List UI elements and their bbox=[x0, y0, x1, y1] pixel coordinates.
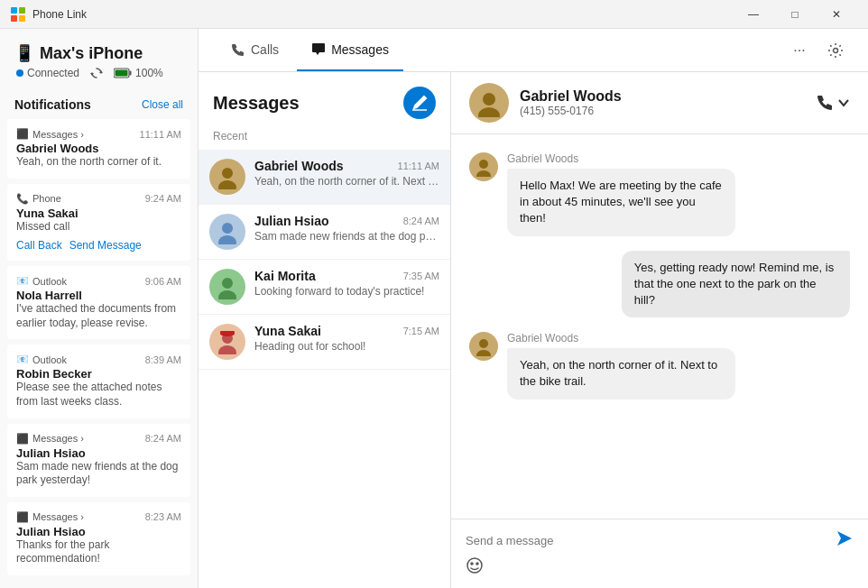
chat-area: Gabriel Woods (415) 555-0176 bbox=[451, 72, 868, 588]
close-all-button[interactable]: Close all bbox=[142, 98, 183, 111]
send-message-button[interactable]: Send Message bbox=[69, 239, 142, 252]
notifications-list: ⬛ Messages › 11:11 AM Gabriel Woods Yeah… bbox=[0, 119, 198, 588]
svg-rect-2 bbox=[11, 15, 17, 22]
notif-app: 📧 Outlook bbox=[16, 275, 67, 287]
messages-list: Messages Recent bbox=[199, 72, 451, 588]
notification-item[interactable]: ⬛ Messages › 11:11 AM Gabriel Woods Yeah… bbox=[7, 119, 190, 179]
send-button[interactable] bbox=[836, 529, 854, 552]
notification-item[interactable]: ⬛ Messages › 8:23 AM Julian Hsiao Thanks… bbox=[7, 502, 190, 575]
avatar-icon bbox=[215, 274, 240, 299]
connected-status: Connected bbox=[16, 67, 79, 79]
message-thread[interactable]: Gabriel Woods 11:11 AM Yeah, on the nort… bbox=[199, 150, 450, 205]
device-name: 📱 Max's iPhone bbox=[14, 43, 183, 63]
message-thread[interactable]: Yuna Sakai 7:15 AM Heading out for schoo… bbox=[199, 315, 450, 370]
title-bar-title: Phone Link bbox=[32, 8, 87, 21]
svg-point-14 bbox=[222, 278, 233, 289]
notif-header: ⬛ Messages › 8:23 AM bbox=[16, 511, 181, 523]
chat-message-row: Gabriel Woods Hello Max! We are meeting … bbox=[469, 152, 850, 236]
chat-input-area bbox=[451, 519, 868, 588]
notification-item[interactable]: 📞 Phone 9:24 AM Yuna Sakai Missed call C… bbox=[7, 184, 190, 262]
svg-point-20 bbox=[483, 93, 495, 106]
chat-contact-name: Gabriel Woods bbox=[520, 88, 805, 105]
svg-point-23 bbox=[476, 170, 491, 177]
notification-item[interactable]: ⬛ Messages › 8:24 AM Julian Hsiao Sam ma… bbox=[7, 424, 190, 497]
avatar-icon bbox=[215, 219, 240, 244]
chat-contact-phone: (415) 555-0176 bbox=[520, 105, 805, 117]
send-icon bbox=[836, 529, 854, 547]
notification-item[interactable]: 📧 Outlook 8:39 AM Robin Becker Please se… bbox=[7, 345, 190, 418]
emoji-icon bbox=[466, 556, 484, 574]
app-body: 📱 Max's iPhone Connected bbox=[0, 29, 868, 588]
tab-calls[interactable]: Calls bbox=[217, 29, 293, 71]
chevron-down-icon bbox=[837, 96, 850, 109]
message-input[interactable] bbox=[466, 528, 828, 553]
call-back-button[interactable]: Call Back bbox=[16, 239, 62, 252]
recent-label: Recent bbox=[199, 126, 450, 150]
messages-panel: Messages Recent bbox=[199, 72, 868, 588]
message-thread[interactable]: Kai Morita 7:35 AM Looking forward to to… bbox=[199, 260, 450, 315]
maximize-button[interactable]: □ bbox=[774, 0, 816, 29]
chat-contact-info: Gabriel Woods (415) 555-0176 bbox=[520, 88, 805, 117]
messages-icon bbox=[311, 42, 326, 57]
close-button[interactable]: ✕ bbox=[816, 0, 857, 29]
svg-rect-19 bbox=[220, 331, 235, 334]
phone-icon: 📱 bbox=[14, 43, 34, 63]
svg-point-26 bbox=[467, 558, 482, 573]
chat-messages: Gabriel Woods Hello Max! We are meeting … bbox=[451, 134, 868, 519]
sync-icon bbox=[90, 67, 103, 79]
message-bubble-group: Gabriel Woods Hello Max! We are meeting … bbox=[507, 152, 735, 236]
avatar-icon bbox=[215, 329, 240, 354]
avatar-icon bbox=[474, 157, 494, 177]
notif-header: 📧 Outlook 9:06 AM bbox=[16, 275, 181, 287]
battery-status: 100% bbox=[114, 67, 163, 79]
emoji-button[interactable] bbox=[466, 556, 484, 579]
thread-name-row: Kai Morita 7:35 AM bbox=[254, 269, 439, 283]
message-bubble: Hello Max! We are meeting by the cafe in… bbox=[507, 169, 735, 236]
settings-button[interactable] bbox=[821, 36, 850, 65]
message-avatar bbox=[469, 332, 498, 361]
battery-icon bbox=[114, 68, 132, 78]
svg-point-10 bbox=[222, 168, 233, 179]
minimize-button[interactable]: — bbox=[733, 0, 774, 29]
notification-item[interactable]: 📧 Outlook 9:06 AM Nola Harrell I've atta… bbox=[7, 266, 190, 339]
message-bubble-group: Yes, getting ready now! Remind me, is th… bbox=[622, 251, 850, 318]
sidebar: 📱 Max's iPhone Connected bbox=[0, 29, 199, 588]
tab-messages[interactable]: Messages bbox=[297, 29, 403, 71]
thread-name-row: Yuna Sakai 7:15 AM bbox=[254, 324, 439, 338]
compose-icon bbox=[411, 95, 428, 111]
notif-header: 📧 Outlook 8:39 AM bbox=[16, 354, 181, 365]
message-thread-list: Gabriel Woods 11:11 AM Yeah, on the nort… bbox=[199, 150, 450, 588]
notif-app: 📞 Phone bbox=[16, 193, 61, 205]
notif-app: 📧 Outlook bbox=[16, 354, 67, 365]
more-options-button[interactable]: ··· bbox=[785, 36, 814, 65]
new-message-button[interactable] bbox=[403, 87, 436, 119]
calls-icon bbox=[231, 42, 245, 57]
notif-header: ⬛ Messages › 11:11 AM bbox=[16, 128, 181, 140]
tabs: Calls Messages bbox=[217, 29, 403, 71]
thread-avatar bbox=[209, 324, 245, 360]
message-bubble-group: Gabriel Woods Yeah, on the north corner … bbox=[507, 332, 735, 399]
avatar-icon bbox=[474, 336, 494, 356]
svg-point-25 bbox=[476, 350, 491, 356]
svg-point-13 bbox=[218, 235, 236, 244]
svg-rect-3 bbox=[19, 15, 25, 22]
messages-list-header: Messages bbox=[199, 72, 450, 126]
title-bar-left: Phone Link bbox=[11, 7, 87, 22]
svg-point-21 bbox=[478, 107, 500, 117]
tab-bar-right: ··· bbox=[785, 36, 850, 65]
call-contact-button[interactable] bbox=[816, 94, 850, 112]
notif-app: ⬛ Messages › bbox=[16, 511, 84, 523]
thread-info: Yuna Sakai 7:15 AM Heading out for schoo… bbox=[254, 324, 439, 353]
svg-rect-1 bbox=[19, 7, 25, 14]
notif-header: 📞 Phone 9:24 AM bbox=[16, 193, 181, 205]
settings-icon bbox=[827, 42, 844, 59]
svg-point-17 bbox=[218, 345, 236, 354]
thread-info: Gabriel Woods 11:11 AM Yeah, on the nort… bbox=[254, 159, 439, 188]
thread-avatar bbox=[209, 159, 245, 195]
avatar-icon bbox=[215, 164, 240, 189]
message-thread[interactable]: Julian Hsiao 8:24 AM Sam made new friend… bbox=[199, 205, 450, 260]
title-bar: Phone Link — □ ✕ bbox=[0, 0, 868, 29]
device-header: 📱 Max's iPhone Connected bbox=[0, 29, 198, 87]
svg-point-12 bbox=[222, 223, 233, 234]
title-bar-controls: — □ ✕ bbox=[733, 0, 857, 29]
